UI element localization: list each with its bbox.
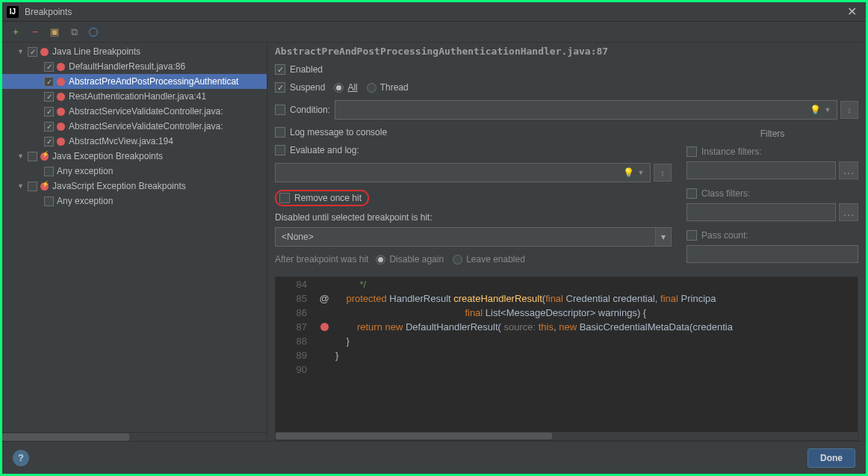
tree-item[interactable]: AbstractMvcView.java:194: [2, 134, 267, 149]
item-checkbox[interactable]: [44, 197, 54, 206]
log-checkbox[interactable]: [275, 127, 285, 137]
class-filters-input[interactable]: [686, 203, 836, 221]
tree-group-java-exception[interactable]: ▼ Java Exception Breakpoints: [2, 149, 267, 164]
tree-item[interactable]: AbstractServiceValidateController.java:: [2, 104, 267, 119]
pass-count-checkbox[interactable]: [686, 230, 697, 241]
disabled-until-dropdown[interactable]: <None> ▾: [275, 227, 672, 247]
tree-item[interactable]: AbstractServiceValidateController.java:: [2, 119, 267, 134]
suspend-row: Suspend All Thread: [275, 82, 672, 93]
suspend-thread-radio[interactable]: [367, 83, 376, 93]
filters-heading: Filters: [686, 129, 858, 139]
tree-item[interactable]: DefaultHandlerResult.java:86: [2, 59, 267, 74]
breakpoint-icon: [57, 123, 65, 131]
gutter-override-icon[interactable]: @: [319, 293, 329, 304]
breakpoint-tree[interactable]: ▼ Java Line Breakpoints DefaultHandlerRe…: [2, 43, 267, 210]
scrollbar-thumb[interactable]: [276, 433, 552, 439]
breakpoint-icon: [57, 63, 65, 71]
toolbar: + − ▣ ⧉: [2, 22, 866, 43]
remove-once-checkbox[interactable]: [279, 193, 290, 203]
tree-item[interactable]: Any exception: [2, 164, 267, 179]
item-checkbox[interactable]: [44, 167, 54, 176]
breakpoint-icon: [40, 48, 49, 56]
eval-log-input[interactable]: 💡 ▼: [275, 163, 651, 182]
tree-item-selected[interactable]: AbstractPreAndPostProcessingAuthenticat: [2, 74, 267, 89]
suspend-checkbox[interactable]: [275, 82, 285, 93]
eval-log-row[interactable]: Evaluate and log:: [275, 145, 672, 155]
item-checkbox[interactable]: [44, 62, 54, 72]
bulb-icon[interactable]: 💡: [621, 167, 635, 178]
window-title: Breakpoints: [25, 7, 843, 17]
breakpoint-tree-panel: ▼ Java Line Breakpoints DefaultHandlerRe…: [2, 43, 267, 441]
tree-item[interactable]: RestAuthenticationHandler.java:41: [2, 89, 267, 104]
chevron-down-icon[interactable]: ▼: [635, 169, 647, 176]
item-checkbox[interactable]: [44, 92, 54, 102]
expand-button[interactable]: ↕: [840, 101, 858, 119]
instance-filters-input[interactable]: [686, 161, 836, 179]
done-button[interactable]: Done: [807, 448, 855, 468]
class-filters-checkbox[interactable]: [686, 188, 697, 199]
suspend-all-radio[interactable]: [334, 83, 344, 93]
breakpoint-icon: [57, 137, 65, 146]
tree-group-js-exception[interactable]: ▼ JavaScript Exception Breakpoints: [2, 179, 267, 194]
log-row[interactable]: Log message to console: [275, 127, 672, 137]
item-checkbox[interactable]: [44, 122, 54, 132]
remove-once-hit-highlight: Remove once hit: [275, 190, 369, 206]
condition-row: Condition: 💡 ▼ ↕: [275, 100, 858, 120]
group-icon[interactable]: ⧉: [68, 26, 80, 38]
disabled-until-label: Disabled until selected breakpoint is hi…: [275, 212, 672, 223]
breakpoints-dialog: IJ Breakpoints ✕ + − ▣ ⧉ ▼ Java Line Bre…: [2, 2, 866, 474]
chevron-down-icon[interactable]: ▼: [822, 106, 834, 114]
collapse-icon[interactable]: ▼: [17, 182, 26, 190]
browse-button[interactable]: …: [839, 203, 858, 221]
group-label: JavaScript Exception Breakpoints: [52, 181, 186, 191]
close-icon[interactable]: ✕: [843, 4, 861, 19]
group-label: Java Exception Breakpoints: [52, 151, 163, 161]
enabled-row[interactable]: Enabled: [275, 64, 672, 75]
instance-filters-checkbox[interactable]: [686, 146, 697, 157]
exception-icon: [40, 152, 49, 161]
breakpoint-icon: [57, 108, 65, 116]
condition-checkbox[interactable]: [275, 105, 285, 115]
condition-input[interactable]: 💡 ▼: [335, 100, 837, 120]
content-area: ▼ Java Line Breakpoints DefaultHandlerRe…: [2, 43, 866, 441]
chevron-down-icon[interactable]: ▾: [655, 228, 670, 246]
help-icon[interactable]: ?: [13, 450, 29, 466]
tree-item[interactable]: Any exception: [2, 194, 267, 208]
item-checkbox[interactable]: [44, 137, 54, 146]
item-checkbox[interactable]: [44, 77, 54, 87]
breakpoint-title: AbstractPreAndPostProcessingAuthenticati…: [275, 43, 858, 64]
add-icon[interactable]: +: [10, 26, 22, 38]
view-icon[interactable]: [87, 26, 99, 38]
item-checkbox[interactable]: [44, 107, 54, 117]
breakpoint-icon: [57, 78, 65, 86]
group-label: Java Line Breakpoints: [52, 46, 140, 57]
scrollbar-thumb[interactable]: [2, 433, 129, 441]
folder-icon[interactable]: ▣: [49, 26, 61, 38]
group-checkbox[interactable]: [28, 182, 37, 191]
breakpoint-gutter-icon[interactable]: [320, 323, 329, 331]
collapse-icon[interactable]: ▼: [17, 152, 26, 160]
app-icon: IJ: [7, 6, 19, 18]
code-preview[interactable]: 84 */ 85@ protected HandlerResult create…: [275, 276, 858, 441]
collapse-icon[interactable]: ▼: [17, 48, 26, 55]
leave-enabled-radio[interactable]: [453, 255, 462, 265]
pass-count-input[interactable]: [686, 245, 858, 263]
after-hit-row: After breakpoint was hit Disable again L…: [275, 254, 672, 265]
disable-again-radio[interactable]: [376, 255, 385, 265]
horizontal-scrollbar[interactable]: [2, 432, 267, 441]
expand-button[interactable]: ↕: [654, 164, 672, 182]
bottom-bar: ? Done: [2, 441, 866, 474]
code-horizontal-scrollbar[interactable]: [276, 432, 858, 440]
tree-group-java-line[interactable]: ▼ Java Line Breakpoints: [2, 44, 267, 59]
remove-icon[interactable]: −: [29, 26, 41, 38]
group-checkbox[interactable]: [28, 47, 37, 57]
titlebar[interactable]: IJ Breakpoints ✕: [2, 2, 866, 22]
group-checkbox[interactable]: [28, 152, 37, 161]
browse-button[interactable]: …: [839, 161, 858, 179]
bulb-icon[interactable]: 💡: [808, 105, 822, 115]
detail-panel: AbstractPreAndPostProcessingAuthenticati…: [267, 43, 866, 441]
breakpoint-icon: [57, 93, 65, 101]
eval-checkbox[interactable]: [275, 145, 285, 155]
enabled-checkbox[interactable]: [275, 64, 285, 75]
exception-icon: [40, 182, 49, 191]
